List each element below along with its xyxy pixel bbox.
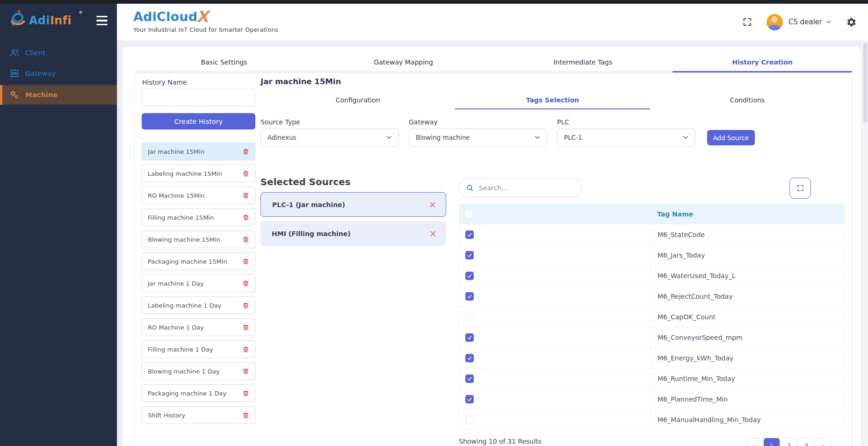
history-list-item[interactable]: Labeling machine 1 Day	[142, 296, 255, 314]
history-list-item[interactable]: Filling machine 1 Day	[142, 340, 255, 358]
table-row[interactable]: M6_StateCode	[459, 224, 844, 245]
subtab-conditions[interactable]: Conditions	[650, 92, 845, 109]
table-row[interactable]: M6_Runtime_Min_Today	[459, 368, 844, 389]
page-button[interactable]: ›	[816, 438, 832, 446]
table-row[interactable]: M6_ConveyorSpeed_mpm	[459, 327, 844, 348]
remove-source-icon[interactable]: ×	[429, 229, 437, 238]
chevron-down-icon	[535, 136, 540, 139]
history-list-item[interactable]: Blowing machine 15Min	[142, 230, 255, 248]
sidebar-item-client[interactable]: Client	[0, 44, 117, 62]
sidebar-nav: Client Gateway Machine	[0, 44, 117, 105]
delete-history-icon[interactable]	[241, 410, 250, 420]
chevron-down-icon[interactable]	[826, 20, 831, 24]
history-list-item[interactable]: Jar machine 15Min	[142, 143, 255, 160]
delete-history-icon[interactable]	[241, 191, 250, 200]
row-checkbox[interactable]	[465, 333, 474, 342]
delete-history-icon[interactable]	[241, 169, 250, 178]
subtab-tags-selection[interactable]: Tags Selection	[455, 92, 650, 109]
history-list-item[interactable]: Filling machine 15Min	[142, 209, 255, 226]
plc-select[interactable]: PLC-1	[557, 129, 695, 146]
sidebar-item-machine[interactable]: Machine	[0, 85, 117, 105]
subtab-configuration[interactable]: Configuration	[260, 92, 455, 109]
history-list-item[interactable]: Jar machine 1 Day	[142, 274, 255, 292]
row-checkbox[interactable]	[465, 313, 474, 321]
row-checkbox[interactable]	[465, 230, 474, 239]
row-checkbox[interactable]	[465, 272, 474, 280]
detail-subtabs: Configuration Tags Selection Conditions	[260, 92, 845, 109]
page-button[interactable]: ‹	[746, 438, 762, 446]
tag-name-cell: M6_PlannedTime_Min	[658, 396, 728, 403]
delete-history-icon[interactable]	[241, 279, 250, 288]
row-checkbox[interactable]	[465, 292, 474, 301]
adiinfi-logo-icon	[7, 8, 28, 32]
chevron-down-icon	[683, 136, 688, 139]
history-list-item[interactable]: RO Machine 1 Day	[142, 318, 255, 336]
page-button[interactable]: 3	[798, 438, 814, 446]
row-checkbox[interactable]	[465, 374, 474, 383]
plc-label: PLC	[557, 118, 569, 126]
select-all-checkbox[interactable]	[465, 210, 473, 218]
delete-history-icon[interactable]	[241, 257, 250, 266]
avatar[interactable]	[767, 14, 783, 30]
fullscreen-icon[interactable]	[742, 17, 752, 27]
selected-source-card[interactable]: PLC-1 (Jar machine) ×	[260, 192, 446, 217]
history-list-item[interactable]: Packaging machine 15Min	[142, 252, 255, 270]
history-list-item[interactable]: RO Machine 15Min	[142, 187, 255, 204]
history-list-item[interactable]: Blowing machine 1 Day	[142, 362, 255, 380]
scrollbar[interactable]	[862, 40, 868, 446]
row-checkbox[interactable]	[465, 251, 474, 259]
main-tabs: Basic Settings Gateway Mapping Intermedi…	[134, 53, 852, 72]
tab-intermediate-tags[interactable]: Intermediate Tags	[493, 53, 673, 72]
sidebar-logo: AdiInfi ®	[0, 4, 117, 37]
page-button[interactable]: 2	[781, 438, 797, 446]
table-row[interactable]: M6_Jars_Today	[459, 245, 844, 266]
history-list-item[interactable]: Packaging machine 1 Day	[142, 384, 255, 402]
create-history-button[interactable]: Create History	[142, 113, 255, 129]
source-type-select[interactable]: Adinexus	[260, 129, 399, 146]
tab-basic-settings[interactable]: Basic Settings	[134, 53, 314, 72]
tab-history-creation[interactable]: History Creation	[673, 53, 852, 72]
table-row[interactable]: M6_PlannedTime_Min	[459, 389, 844, 410]
source-type-label: Source Type	[260, 118, 300, 126]
history-creation-panel: History Name Create History Jar machine …	[134, 72, 852, 446]
row-checkbox[interactable]	[465, 416, 474, 424]
delete-history-icon[interactable]	[241, 388, 250, 398]
row-checkbox[interactable]	[465, 354, 474, 362]
delete-history-icon[interactable]	[241, 301, 250, 310]
search-input[interactable]	[479, 184, 575, 192]
history-list-item[interactable]: Shift History	[142, 406, 255, 424]
tab-gateway-mapping[interactable]: Gateway Mapping	[314, 53, 493, 72]
server-icon	[9, 68, 20, 79]
table-row[interactable]: M6_WaterUsed_Today_L	[459, 266, 844, 286]
row-checkbox[interactable]	[465, 395, 474, 403]
tag-name-cell: M6_Energy_kWh_Today	[658, 354, 733, 362]
scrollbar-thumb[interactable]	[863, 43, 867, 122]
expand-table-button[interactable]	[789, 178, 811, 199]
table-row[interactable]: M6_ManualHandling_Min_Today	[459, 410, 844, 430]
table-row[interactable]: M6_RejectCount_Today	[459, 286, 844, 307]
delete-history-icon[interactable]	[241, 367, 250, 376]
selected-source-card[interactable]: HMI (Filling machine) ×	[260, 221, 446, 246]
menu-toggle-icon[interactable]	[96, 16, 108, 25]
delete-history-icon[interactable]	[241, 345, 250, 354]
history-list-item[interactable]: Labeling machine 15Min	[142, 165, 255, 182]
delete-history-icon[interactable]	[241, 235, 250, 244]
chevron-down-icon	[386, 136, 392, 139]
settings-gear-icon[interactable]	[846, 17, 857, 28]
delete-history-icon[interactable]	[241, 213, 250, 222]
column-divider	[651, 204, 651, 435]
history-name-label: History Name	[142, 79, 187, 86]
history-name-input[interactable]	[142, 89, 255, 106]
delete-history-icon[interactable]	[241, 323, 250, 332]
gateway-select[interactable]: Blowing machine	[409, 129, 547, 146]
tag-name-cell: M6_RejectCount_Today	[658, 293, 732, 300]
add-source-button[interactable]: Add Source	[707, 130, 755, 145]
user-menu-label[interactable]: CS dealer	[788, 18, 822, 26]
remove-source-icon[interactable]: ×	[429, 200, 436, 209]
app-tagline: Your Industrial IoT Cloud for Smarter Op…	[133, 26, 278, 33]
page-button[interactable]: 1	[764, 438, 780, 446]
table-row[interactable]: M6_CapOK_Count	[459, 307, 844, 327]
table-row[interactable]: M6_Energy_kWh_Today	[459, 348, 844, 368]
sidebar-item-gateway[interactable]: Gateway	[0, 65, 117, 82]
delete-history-icon[interactable]	[241, 147, 250, 156]
